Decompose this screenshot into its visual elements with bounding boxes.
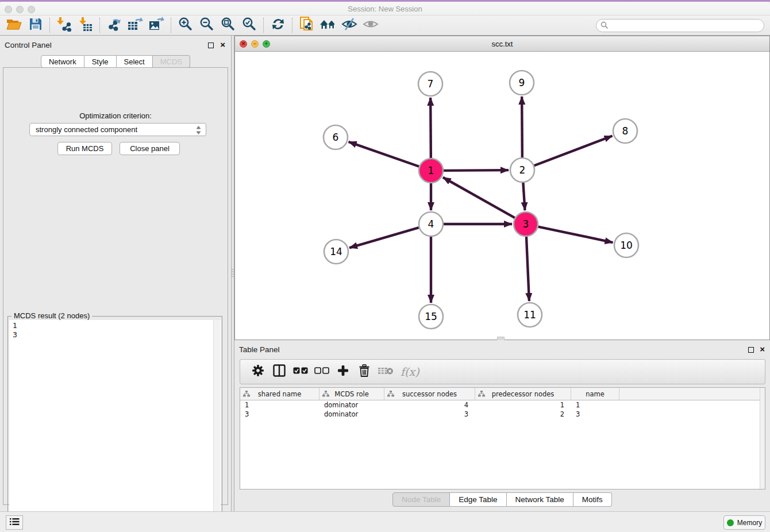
- mcds-result-text: 1 3: [13, 321, 211, 530]
- graph-node-11[interactable]: 11: [518, 303, 542, 327]
- plus-icon: [337, 365, 349, 379]
- table-cell: 1: [571, 400, 619, 410]
- close-panel-button[interactable]: Close panel: [120, 142, 180, 155]
- close-panel-icon[interactable]: ×: [220, 40, 225, 50]
- zoom-in-icon: [178, 17, 193, 34]
- graph-edge-2-3[interactable]: [523, 183, 525, 210]
- export-table-button[interactable]: [125, 17, 146, 34]
- zoom-fit-button[interactable]: [217, 17, 238, 34]
- export-image-button[interactable]: [146, 17, 167, 34]
- node-table-body: 1dominator4113dominator323: [240, 400, 765, 419]
- save-session-button[interactable]: [25, 17, 46, 34]
- zoom-out-button[interactable]: [196, 17, 217, 34]
- delete-columns-button[interactable]: [353, 361, 375, 382]
- splitter-grip[interactable]: [232, 269, 234, 278]
- refresh-icon: [271, 17, 286, 34]
- function-builder-button[interactable]: f(x): [401, 365, 419, 378]
- deselect-all-button[interactable]: [311, 361, 332, 382]
- float-panel-icon[interactable]: [208, 43, 214, 48]
- open-session-button[interactable]: [3, 17, 25, 34]
- first-neighbors-button[interactable]: [317, 17, 338, 34]
- table-row[interactable]: 3dominator323: [240, 410, 765, 419]
- trash-icon: [359, 364, 370, 379]
- delete-table-icon: [378, 365, 394, 378]
- graph-node-2[interactable]: 2: [510, 158, 534, 182]
- table-scrollbar[interactable]: [760, 388, 765, 489]
- control-panel: Control Panel × NetworkStyleSelectMCDS O…: [0, 36, 231, 511]
- graph-edge-3-10[interactable]: [538, 227, 613, 242]
- graph-node-10[interactable]: 10: [614, 233, 638, 257]
- table-panel-title: Table Panel: [239, 345, 280, 354]
- table-tab-node-table[interactable]: Node Table: [392, 492, 450, 507]
- close-table-panel-icon[interactable]: ×: [760, 344, 765, 354]
- graph-node-1[interactable]: 1: [419, 159, 443, 183]
- graph-node-15[interactable]: 15: [419, 304, 443, 329]
- show-all-button[interactable]: [360, 17, 381, 34]
- table-cell: 3: [384, 410, 475, 419]
- memory-button[interactable]: Memory: [723, 515, 765, 530]
- graph-node-8[interactable]: 8: [613, 119, 637, 143]
- hide-selected-button[interactable]: [338, 17, 360, 34]
- graph-node-4[interactable]: 4: [419, 212, 443, 236]
- apply-layout-button[interactable]: [267, 17, 288, 34]
- mcds-panel: Optimization criterion: strongly connect…: [3, 67, 228, 505]
- new-network-from-selection-button[interactable]: [296, 17, 317, 34]
- select-all-button[interactable]: [290, 361, 311, 382]
- graph-edge-3-1[interactable]: [443, 178, 515, 218]
- graph-node-7[interactable]: 7: [418, 72, 442, 96]
- graph-edge-3-11[interactable]: [526, 237, 529, 301]
- table-cell: 3: [571, 410, 619, 419]
- graph-edges: [349, 97, 613, 303]
- criterion-dropdown[interactable]: strongly connected component: [29, 123, 206, 136]
- graph-node-3[interactable]: 3: [514, 212, 538, 236]
- import-network-button[interactable]: [53, 17, 75, 34]
- memory-status-icon: [727, 519, 734, 526]
- graph-node-14[interactable]: 14: [324, 240, 348, 264]
- delete-table-button[interactable]: [375, 361, 396, 382]
- table-cell: 4: [384, 400, 475, 410]
- search-input[interactable]: [596, 19, 764, 32]
- graph-node-label: 7: [428, 78, 434, 90]
- run-mcds-button[interactable]: Run MCDS: [57, 142, 112, 155]
- unchecked-boxes-icon: [314, 367, 329, 377]
- graph-edge-1-2[interactable]: [444, 170, 509, 171]
- column-header-MCDS-role[interactable]: MCDS role: [319, 388, 384, 400]
- graph-edge-1-7[interactable]: [430, 98, 431, 158]
- graph-node-label: 4: [428, 218, 434, 230]
- table-options-button[interactable]: [247, 361, 268, 382]
- float-table-panel-icon[interactable]: [748, 347, 754, 353]
- column-header-successor-nodes[interactable]: successor nodes: [384, 388, 475, 400]
- eye-slash-icon: [341, 17, 357, 33]
- tab-select[interactable]: Select: [117, 55, 153, 68]
- result-scrollbar[interactable]: [213, 320, 220, 531]
- graph-edge-1-6[interactable]: [349, 142, 419, 167]
- tab-network[interactable]: Network: [41, 55, 84, 68]
- table-tab-motifs[interactable]: Motifs: [573, 492, 612, 507]
- table-tab-edge-table[interactable]: Edge Table: [450, 492, 506, 507]
- criterion-dropdown-value: strongly connected component: [36, 125, 137, 134]
- table-tab-network-table[interactable]: Network Table: [507, 492, 573, 507]
- create-column-button[interactable]: [332, 361, 353, 382]
- graph-node-6[interactable]: 6: [324, 125, 348, 149]
- split-view-button[interactable]: [268, 361, 290, 382]
- graph-edge-2-8[interactable]: [534, 136, 613, 166]
- import-table-button[interactable]: [75, 17, 96, 34]
- zoom-in-button[interactable]: [175, 17, 196, 34]
- graph-node-9[interactable]: 9: [510, 71, 534, 95]
- task-history-button[interactable]: [6, 515, 23, 530]
- column-header-name[interactable]: name: [571, 388, 619, 400]
- network-canvas[interactable]: 7968124314101511: [235, 52, 769, 340]
- graph-edge-2-9[interactable]: [522, 97, 522, 157]
- tab-mcds[interactable]: MCDS: [153, 55, 190, 68]
- table-row[interactable]: 1dominator411: [240, 400, 765, 410]
- titlebar: Session: New Session: [0, 2, 770, 16]
- tab-style[interactable]: Style: [84, 55, 117, 68]
- node-table[interactable]: shared nameMCDS rolesuccessor nodesprede…: [240, 387, 765, 489]
- column-header-predecessor-nodes[interactable]: predecessor nodes: [475, 388, 571, 400]
- graph-edge-4-14[interactable]: [349, 228, 419, 248]
- graph-node-label: 1: [428, 165, 434, 176]
- mcds-result-area[interactable]: 1 3: [9, 320, 221, 531]
- column-header-shared-name[interactable]: shared name: [240, 388, 319, 400]
- export-network-button[interactable]: [103, 17, 125, 34]
- zoom-selected-button[interactable]: [238, 17, 260, 34]
